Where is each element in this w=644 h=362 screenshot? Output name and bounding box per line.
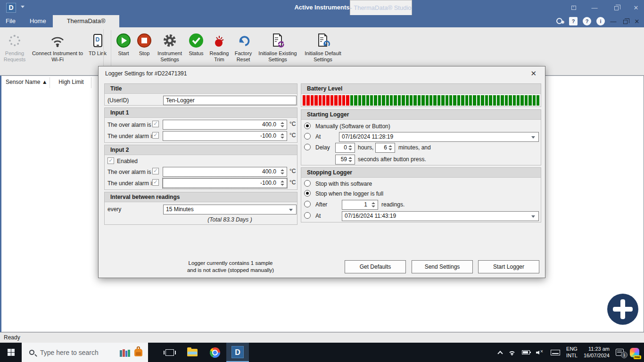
spinner-arrows-icon[interactable] [280,179,285,188]
minimize-icon[interactable]: — [610,18,617,25]
stop-at-radio[interactable] [304,212,311,219]
td-link-button[interactable]: D TD Link [86,29,109,57]
tray-chevron-icon[interactable] [498,350,502,355]
interval-select[interactable]: 15 Minutes [163,205,297,214]
trim-icon [212,32,227,49]
tray-wifi-icon[interactable] [508,350,516,355]
backpack-icon [134,346,143,357]
input2-over-alarm-checkbox[interactable] [152,168,159,174]
input2-over-alarm-spinner[interactable]: 400.0 [163,167,287,177]
thermadata-app-button[interactable]: D [226,343,249,362]
spinner-arrows-icon[interactable] [280,120,285,129]
help-icon[interactable]: ? [583,17,591,25]
initialise-default-settings-button[interactable]: Initialise Default Settings [300,29,346,63]
tab-thermadata[interactable]: ThermaData® [53,15,120,27]
get-defaults-button[interactable]: Get Defaults [345,260,406,273]
spinner-arrows-icon[interactable] [347,155,353,164]
factory-reset-button[interactable]: Factory Reset [231,29,255,63]
input2-under-alarm-spinner[interactable]: -100.0 [163,178,287,188]
desktop: D Active Instruments - ThermaData® Studi… [0,0,644,362]
tray-volume-muted-icon[interactable]: × [536,350,545,355]
close-window-icon[interactable]: ✕ [633,4,639,11]
stop-full-radio[interactable] [304,190,311,197]
stop-after-radio[interactable] [304,201,311,207]
tab-home[interactable]: Home [23,15,53,27]
battery-section: Battery Level [301,83,541,107]
ribbon-display-options-icon[interactable] [570,4,577,11]
file-explorer-button[interactable] [181,343,204,362]
input1-under-alarm-checkbox[interactable] [152,132,159,139]
tray-copilot-icon[interactable]: PRE [630,348,639,357]
userid-label: (UserID) [107,97,129,104]
tray-language[interactable]: ENGINTL [566,346,578,359]
delay-seconds-spinner[interactable]: 59 [335,155,355,165]
restore-window-icon[interactable] [612,4,619,11]
start-button[interactable]: Start [113,29,134,57]
search-placeholder: Type here to search [40,349,99,356]
stopping-section-header: Stopping Logger [301,168,541,178]
doc-refresh-icon [270,32,286,49]
input1-section: Input 1 The over alarm is 400.0 °C The u… [104,107,297,143]
info-icon[interactable]: i [596,17,605,25]
connect-instrument-wifi-button[interactable]: Connect Instrument to Wi-Fi [29,29,86,63]
input2-section: Input 2 Enabled The over alarm is 400.0 … [104,145,297,190]
taskbar: Type here to search D × ENGINTL 11:23 am… [0,343,644,362]
spinner-arrows-icon[interactable] [280,132,285,140]
input2-section-header: Input 2 [105,145,297,155]
spinner-arrows-icon[interactable] [280,167,285,176]
dialog-close-icon[interactable]: ✕ [528,68,538,79]
column-header-high-limit[interactable]: High Limit [50,79,92,85]
restore-icon[interactable] [622,18,628,25]
spinner-arrows-icon[interactable] [388,143,393,152]
search-help-icon[interactable] [555,17,564,25]
userid-input[interactable]: Ten-Logger [163,96,297,105]
start-at-datetime[interactable]: 07/16/2024 11:28:19 [339,132,539,142]
status-text: Ready [4,334,20,341]
delay-seconds-label: seconds after button press. [358,156,426,163]
tray-notifications-icon[interactable]: 1 [616,349,624,356]
instrument-settings-button[interactable]: Instrument Settings [154,29,185,63]
start-button-windows[interactable] [0,343,22,362]
start-delay-radio[interactable] [304,144,311,150]
chrome-button[interactable] [204,343,226,362]
column-header-sensor-name[interactable]: Sensor Name ▲ [6,79,48,85]
status-button[interactable]: Status [185,29,207,57]
input2-enabled-checkbox[interactable] [107,157,114,164]
input1-under-alarm-spinner[interactable]: -100.0 [163,131,287,141]
spinner-arrows-icon[interactable] [347,143,353,152]
books-icon [120,348,130,357]
initialise-existing-settings-button[interactable]: Initialise Existing Settings [255,29,300,63]
input1-over-alarm-checkbox[interactable] [152,121,159,127]
delay-minutes-spinner[interactable]: 6 [375,143,395,153]
title-section: Title (UserID) Ten-Logger [104,83,297,106]
task-view-button[interactable] [158,343,181,362]
input1-over-alarm-spinner[interactable]: 400.0 [163,120,287,130]
taskbar-search-box[interactable]: Type here to search [22,343,148,362]
minimize-window-icon[interactable]: — [591,4,598,11]
close-icon[interactable]: ✕ [634,18,640,25]
add-instrument-button[interactable] [607,294,638,325]
input2-over-unit: °C [289,168,296,174]
input2-under-alarm-checkbox[interactable] [152,179,159,186]
input2-under-alarm-label: The under alarm is [107,180,155,187]
stop-button[interactable]: Stop [134,29,154,57]
stop-after-readings-spinner[interactable]: 1 [342,200,378,210]
tray-battery-icon[interactable] [522,350,530,354]
tab-file[interactable]: File [0,15,23,27]
manual-help-icon[interactable]: ? [569,17,578,25]
phone-icon: D [93,32,102,49]
tray-clock[interactable]: 11:23 am16/07/2024 [584,346,610,359]
undo-icon [236,32,251,49]
delay-minutes-label: minutes, and [398,144,431,151]
send-settings-button[interactable]: Send Settings [412,260,473,273]
start-logger-button[interactable]: Start Logger [478,260,539,273]
stop-at-datetime[interactable]: 07/16/2024 11:43:19 [342,211,539,221]
reading-trim-button[interactable]: Reading Trim [207,29,231,63]
tray-keyboard-icon[interactable] [551,350,560,355]
spinner-arrows-icon[interactable] [371,200,376,209]
delay-hours-spinner[interactable]: 0 [335,143,355,153]
start-at-radio[interactable] [304,133,311,140]
start-manually-radio[interactable] [304,123,311,129]
delay-hours-label: hours, [358,144,373,151]
stop-software-radio[interactable] [304,180,311,187]
